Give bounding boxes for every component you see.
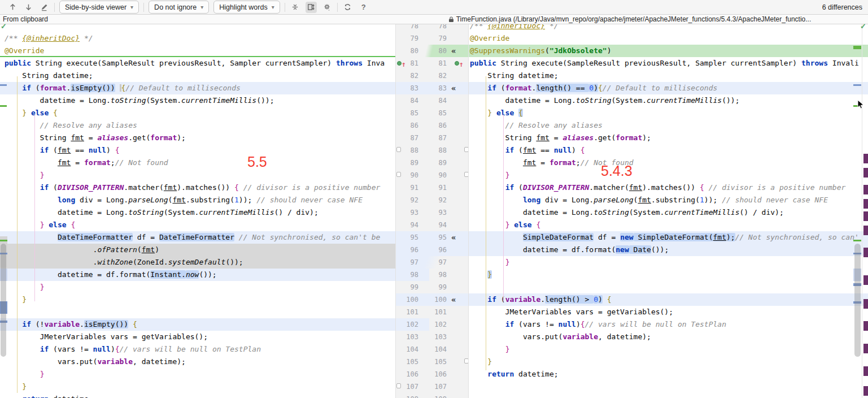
fold-marker-icon[interactable] bbox=[464, 172, 469, 177]
indent-guide bbox=[486, 76, 486, 370]
code-token bbox=[514, 109, 518, 117]
code-token: = bbox=[84, 133, 97, 142]
line-number-left: 78 bbox=[411, 24, 418, 32]
right-scrollbar[interactable] bbox=[853, 24, 862, 398]
overrides-method-icon[interactable]: ↑ bbox=[402, 58, 406, 71]
ignore-policy-dropdown[interactable]: Do not ignore ▾ bbox=[149, 1, 209, 14]
collapse-unchanged-icon[interactable] bbox=[290, 2, 301, 13]
highlight-mode-dropdown[interactable]: Highlight words ▾ bbox=[213, 1, 280, 14]
right-editor-pane[interactable]: /** {@inheritDoc} */@Override@SuppressWa… bbox=[469, 24, 868, 398]
code-token: null bbox=[89, 146, 106, 154]
change-marker[interactable] bbox=[0, 105, 7, 107]
overrides-method-icon[interactable]: ↑ bbox=[459, 58, 464, 71]
gutter-row: 9393 bbox=[396, 206, 468, 219]
synchronize-scrolling-icon[interactable] bbox=[306, 2, 317, 13]
code-token: } bbox=[487, 109, 492, 117]
apply-change-chevron-icon[interactable]: « bbox=[451, 82, 455, 94]
code-token: SimpleDateFormat bbox=[523, 233, 594, 241]
code-token: ) bbox=[598, 295, 603, 304]
stripe-mark[interactable] bbox=[863, 226, 868, 235]
method-status-icon[interactable] bbox=[397, 61, 402, 66]
line-number-right: 85 bbox=[439, 107, 447, 119]
right-code-rows: /** {@inheritDoc} */@Override@SuppressWa… bbox=[469, 24, 868, 398]
viewer-mode-dropdown[interactable]: Side-by-side viewer ▾ bbox=[59, 1, 139, 14]
change-marker[interactable] bbox=[853, 240, 861, 241]
stripe-mark[interactable] bbox=[863, 199, 868, 209]
code-token bbox=[470, 220, 505, 229]
code-token: now bbox=[186, 270, 199, 279]
stripe-mark[interactable] bbox=[863, 211, 868, 221]
line-number-left: 107 bbox=[406, 380, 418, 393]
stripe-mark[interactable] bbox=[863, 185, 868, 194]
code-token: } bbox=[487, 270, 492, 279]
version-annotation-right: 5.4.3 bbox=[601, 163, 633, 179]
fold-marker-icon[interactable] bbox=[396, 147, 401, 152]
code-line-right: long div = Long.parseLong(fmt.substring(… bbox=[469, 194, 868, 206]
code-token: toString bbox=[594, 208, 629, 217]
help-icon[interactable]: ? bbox=[358, 2, 369, 13]
code-token: ()); bbox=[225, 258, 243, 266]
code-token: ) bbox=[594, 84, 598, 92]
edit-pencil-icon[interactable] bbox=[38, 2, 50, 13]
change-marker[interactable] bbox=[0, 84, 7, 86]
fold-marker-icon[interactable] bbox=[464, 147, 469, 152]
code-token: {@inheritDoc} bbox=[487, 24, 545, 30]
line-number-left: 82 bbox=[411, 70, 418, 82]
stripe-mark[interactable] bbox=[863, 386, 868, 396]
code-token: {@inheritDoc} bbox=[22, 34, 80, 42]
fold-marker-icon[interactable] bbox=[396, 383, 401, 388]
code-token: ofPattern bbox=[97, 245, 137, 254]
code-token: () / div); bbox=[739, 208, 783, 217]
added-marker[interactable] bbox=[853, 46, 861, 49]
code-token: DIVISOR_PATTERN bbox=[58, 183, 124, 192]
settings-gear-icon[interactable] bbox=[321, 2, 333, 13]
change-marker[interactable] bbox=[0, 240, 7, 241]
line-number-left: 98 bbox=[411, 269, 418, 281]
apply-change-chevron-icon[interactable]: « bbox=[451, 231, 455, 244]
stripe-mark[interactable] bbox=[863, 275, 868, 285]
stripe-mark[interactable] bbox=[863, 168, 868, 178]
line-number-left: 106 bbox=[406, 368, 418, 380]
stripe-mark[interactable] bbox=[863, 366, 868, 376]
code-line-left bbox=[0, 24, 395, 32]
line-number-right: 100 bbox=[434, 293, 447, 306]
code-token: div = Long. bbox=[75, 196, 128, 204]
stripe-mark[interactable] bbox=[863, 248, 868, 257]
code-token: ); bbox=[642, 133, 651, 142]
line-number-left: 84 bbox=[411, 94, 418, 107]
line-number-right: 82 bbox=[439, 70, 447, 82]
left-pane-title: From clipboard bbox=[3, 15, 48, 23]
code-token: } bbox=[487, 357, 492, 366]
left-scrollbar-stripe[interactable]: ✓ bbox=[0, 24, 8, 398]
code-token: throws bbox=[801, 59, 828, 67]
stripe-mark[interactable] bbox=[863, 299, 868, 309]
stripe-mark[interactable] bbox=[863, 154, 868, 163]
fold-marker-icon[interactable] bbox=[464, 358, 469, 364]
gutter-row: 9595« bbox=[396, 231, 468, 244]
line-number-right: 78 bbox=[439, 24, 447, 32]
code-line-right: JMeterVariables vars = getVariables(); bbox=[469, 306, 868, 318]
code-line-left: } bbox=[0, 380, 395, 393]
stripe-mark[interactable] bbox=[863, 321, 868, 331]
code-token: String execute(SampleResult previousResu… bbox=[31, 59, 336, 67]
swap-sides-icon[interactable] bbox=[342, 2, 354, 13]
change-marker[interactable] bbox=[853, 84, 861, 86]
left-editor-pane[interactable]: /** {@inheritDoc} */@Overridepublic Stri… bbox=[0, 24, 395, 398]
next-difference-icon[interactable] bbox=[23, 2, 34, 13]
right-error-stripe[interactable]: ✓ bbox=[862, 24, 868, 398]
code-token: aliases bbox=[562, 133, 594, 142]
code-line-left: if (vars != null){// vars will be null o… bbox=[0, 343, 395, 356]
chevron-down-icon: ▾ bbox=[200, 4, 203, 10]
fold-marker-icon[interactable] bbox=[396, 172, 401, 177]
code-token: (vars != bbox=[514, 320, 558, 328]
previous-difference-icon[interactable] bbox=[7, 2, 18, 13]
left-scrollbar-thumb[interactable] bbox=[1, 244, 6, 357]
right-scrollbar-thumb[interactable] bbox=[854, 244, 861, 357]
method-status-icon[interactable] bbox=[455, 61, 459, 66]
code-token: = bbox=[71, 158, 84, 167]
code-token: } bbox=[22, 382, 27, 391]
apply-change-chevron-icon[interactable]: « bbox=[451, 45, 455, 57]
code-token bbox=[470, 320, 505, 328]
apply-change-chevron-icon[interactable]: « bbox=[451, 293, 455, 306]
stripe-mark[interactable] bbox=[863, 344, 868, 353]
